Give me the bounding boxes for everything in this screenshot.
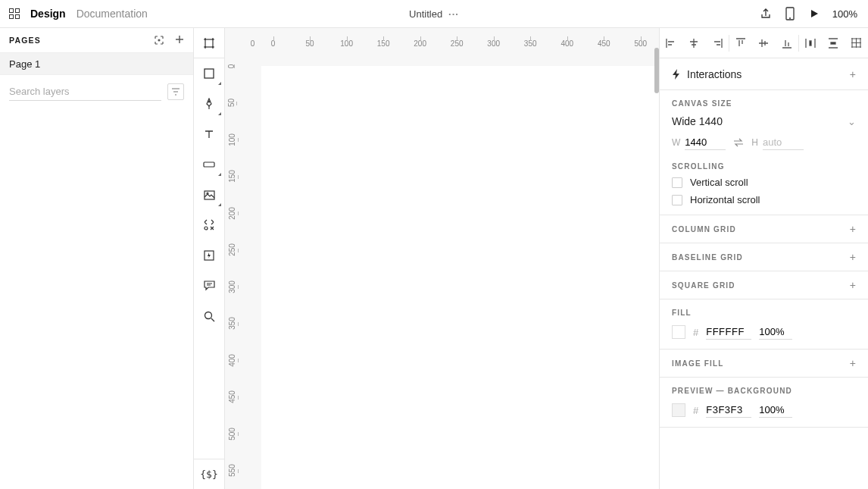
target-icon[interactable] [154,35,164,45]
distribute-v-icon[interactable] [827,37,839,49]
width-label: W [672,137,680,148]
zoom-level[interactable]: 100% [832,8,857,20]
document-menu-icon[interactable]: ··· [448,8,459,20]
main-area: PAGES Page 1 [0,28,868,489]
chevron-down-icon: ⌄ [848,116,856,127]
hash-symbol: # [693,327,698,338]
align-left-icon[interactable] [665,37,677,49]
scrolling-label: SCROLLING [672,162,856,171]
vertical-scroll-checkbox[interactable] [672,177,682,188]
swap-dimensions-icon[interactable] [733,138,744,147]
align-vcenter-icon[interactable] [757,37,770,49]
fill-opacity-input[interactable] [759,324,792,340]
play-icon[interactable] [808,8,820,20]
pages-header: PAGES [0,28,193,52]
preview-bg-label: PREVIEW — BACKGROUND [672,387,856,395]
align-bottom-icon[interactable] [781,37,793,49]
top-bar: Design Documentation Untitled ··· 100% [0,0,868,28]
app-logo-icon[interactable] [9,8,20,19]
share-icon[interactable] [760,8,772,20]
rectangle-tool-icon[interactable] [194,58,225,89]
svg-point-9 [205,227,208,230]
add-column-grid-icon[interactable]: + [850,223,856,235]
square-grid-section[interactable]: SQUARE GRID + [660,271,868,299]
preview-background-section: PREVIEW — BACKGROUND # [660,378,868,428]
svg-rect-3 [205,39,213,47]
canvas-size-section: CANVAS SIZE Wide 1440 ⌄ W H SCROLLIN [660,90,868,215]
vertical-scroll-label: Vertical scroll [690,177,748,188]
top-right-controls: 100% [760,8,857,20]
column-grid-section[interactable]: COLUMN GRID + [660,215,868,243]
tab-documentation[interactable]: Documentation [76,8,148,20]
mode-tabs: Design Documentation [30,8,148,20]
filter-icon[interactable] [167,83,184,100]
preview-opacity-input[interactable] [759,403,792,418]
horizontal-scroll-checkbox[interactable] [672,195,682,205]
image-tool-icon[interactable] [194,180,225,210]
hotspot-tool-icon[interactable] [194,240,225,271]
add-page-icon[interactable] [175,35,184,45]
inspector-panel: Interactions + CANVAS SIZE Wide 1440 ⌄ W… [659,28,868,489]
svg-point-8 [207,193,208,194]
variables-tool-icon[interactable]: {$} [194,459,225,489]
fill-hex-input[interactable] [706,324,751,340]
fill-swatch[interactable] [672,325,685,339]
page-item[interactable]: Page 1 [0,52,193,75]
add-square-grid-icon[interactable]: + [850,279,856,291]
fill-label: FILL [672,309,856,317]
tool-strip: {$} [194,28,225,489]
align-right-icon[interactable] [711,37,723,49]
left-panel: PAGES Page 1 [0,28,194,489]
svg-point-11 [205,312,211,318]
height-label: H [751,137,758,148]
svg-point-2 [158,39,160,41]
width-input[interactable] [685,135,726,150]
canvas-size-label: CANVAS SIZE [672,99,856,108]
canvas-area[interactable]: 0 0 50 100 150 200 250 300 350 400 450 5… [225,28,659,489]
search-tool-icon[interactable] [194,301,225,331]
add-baseline-grid-icon[interactable]: + [850,251,856,263]
frame-tool-icon[interactable] [194,28,225,58]
search-layers-input[interactable] [9,83,161,101]
svg-point-5 [208,101,210,102]
distribute-h-icon[interactable] [804,37,816,49]
preview-swatch[interactable] [672,403,685,417]
align-hcenter-icon[interactable] [688,37,700,49]
add-interaction-icon[interactable]: + [850,68,856,80]
align-top-icon[interactable] [735,37,747,49]
pen-tool-icon[interactable] [194,89,225,119]
vertical-ruler: 0 50 100 150 200 250 300 350 400 450 500… [225,48,239,489]
tab-design[interactable]: Design [30,8,66,20]
document-title-area: Untitled ··· [409,8,459,20]
search-row [0,75,193,108]
document-title[interactable]: Untitled [409,8,442,20]
svg-rect-6 [204,162,214,167]
vertical-scroll-row[interactable]: Vertical scroll [672,177,856,188]
add-image-fill-icon[interactable]: + [850,357,856,369]
artboard[interactable] [261,66,659,489]
device-preview-icon[interactable] [784,8,796,20]
comment-tool-icon[interactable] [194,271,225,301]
scrollbar-vertical[interactable] [654,48,659,93]
horizontal-ruler: 0 0 50 100 150 200 250 300 350 400 450 5… [239,28,659,48]
canvas-preset-select[interactable]: Wide 1440 ⌄ [672,115,856,127]
horizontal-scroll-label: Horizontal scroll [690,194,760,205]
preview-hex-input[interactable] [706,403,751,418]
baseline-grid-section[interactable]: BASELINE GRID + [660,243,868,271]
lightning-icon [672,69,681,80]
horizontal-scroll-row[interactable]: Horizontal scroll [672,194,856,205]
height-input[interactable] [763,135,804,150]
interactions-row[interactable]: Interactions + [660,58,868,90]
distribute-grid-icon[interactable] [851,37,863,49]
interactions-label: Interactions [687,68,742,80]
button-tool-icon[interactable] [194,149,225,180]
component-tool-icon[interactable] [194,210,225,240]
pages-label: PAGES [9,36,41,45]
alignment-row [660,28,868,58]
svg-rect-4 [205,69,214,78]
image-fill-section[interactable]: IMAGE FILL + [660,350,868,378]
fill-section: FILL # [660,299,868,350]
text-tool-icon[interactable] [194,119,225,149]
hash-symbol-2: # [693,405,698,416]
